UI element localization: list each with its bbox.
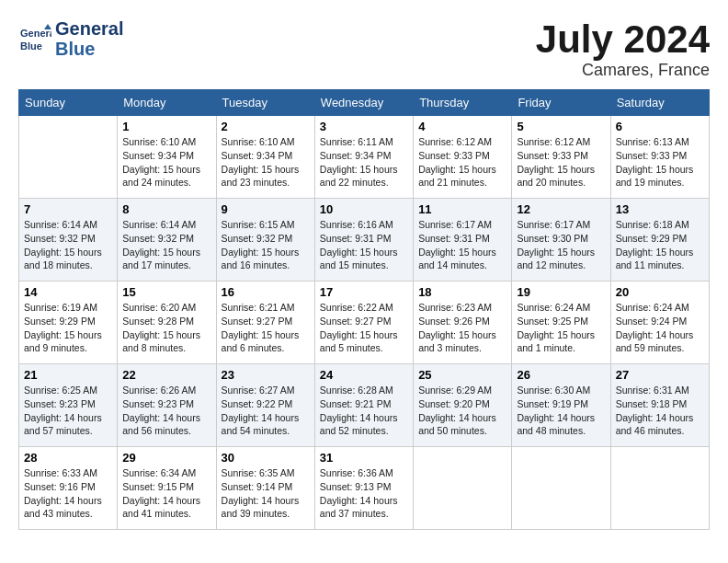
day-number: 23: [222, 368, 310, 382]
calendar-cell: 29Sunrise: 6:34 AMSunset: 9:15 PMDayligh…: [118, 447, 216, 530]
day-number: 9: [222, 202, 310, 216]
calendar-row: 1Sunrise: 6:10 AMSunset: 9:34 PMDaylight…: [19, 116, 710, 199]
day-info: Sunrise: 6:34 AMSunset: 9:15 PMDaylight:…: [122, 466, 210, 521]
day-number: 25: [418, 368, 506, 382]
calendar-cell: 17Sunrise: 6:22 AMSunset: 9:27 PMDayligh…: [314, 282, 413, 364]
day-number: 21: [24, 368, 112, 382]
day-info: Sunrise: 6:30 AMSunset: 9:19 PMDaylight:…: [517, 384, 605, 438]
logo: General Blue General Blue: [18, 18, 123, 59]
logo-line1: General: [55, 18, 123, 39]
day-info: Sunrise: 6:24 AMSunset: 9:25 PMDaylight:…: [517, 301, 605, 355]
day-number: 3: [320, 120, 408, 133]
day-number: 8: [122, 202, 210, 216]
logo-line2: Blue: [55, 39, 123, 59]
calendar-cell: 25Sunrise: 6:29 AMSunset: 9:20 PMDayligh…: [414, 364, 512, 447]
day-info: Sunrise: 6:13 AMSunset: 9:33 PMDaylight:…: [616, 135, 704, 190]
calendar-cell: 30Sunrise: 6:35 AMSunset: 9:14 PMDayligh…: [216, 447, 314, 530]
day-number: 13: [616, 202, 704, 216]
day-info: Sunrise: 6:21 AMSunset: 9:27 PMDaylight:…: [222, 301, 310, 355]
day-number: 27: [616, 368, 704, 382]
calendar-cell: [512, 447, 610, 530]
day-number: 20: [616, 285, 704, 299]
calendar-cell: 5Sunrise: 6:12 AMSunset: 9:33 PMDaylight…: [512, 116, 610, 199]
day-info: Sunrise: 6:29 AMSunset: 9:20 PMDaylight:…: [418, 384, 506, 438]
day-number: 12: [517, 202, 605, 216]
day-number: 15: [122, 285, 210, 299]
calendar-cell: 11Sunrise: 6:17 AMSunset: 9:31 PMDayligh…: [414, 199, 512, 282]
day-number: 26: [517, 368, 605, 382]
logo-icon: General Blue: [18, 22, 51, 55]
day-number: 11: [418, 202, 506, 216]
day-number: 1: [122, 120, 210, 133]
calendar-cell: 28Sunrise: 6:33 AMSunset: 9:16 PMDayligh…: [19, 447, 118, 530]
calendar-table: SundayMondayTuesdayWednesdayThursdayFrid…: [18, 89, 710, 530]
calendar-row: 14Sunrise: 6:19 AMSunset: 9:29 PMDayligh…: [19, 282, 710, 364]
header-monday: Monday: [118, 90, 216, 116]
calendar-cell: 12Sunrise: 6:17 AMSunset: 9:30 PMDayligh…: [512, 199, 610, 282]
day-number: 17: [320, 285, 408, 299]
calendar-cell: 2Sunrise: 6:10 AMSunset: 9:34 PMDaylight…: [216, 116, 314, 199]
calendar-cell: 20Sunrise: 6:24 AMSunset: 9:24 PMDayligh…: [610, 282, 709, 364]
day-info: Sunrise: 6:28 AMSunset: 9:21 PMDaylight:…: [320, 384, 408, 438]
calendar-cell: 19Sunrise: 6:24 AMSunset: 9:25 PMDayligh…: [512, 282, 610, 364]
day-number: 4: [418, 120, 506, 133]
header-wednesday: Wednesday: [314, 90, 413, 116]
calendar-row: 7Sunrise: 6:14 AMSunset: 9:32 PMDaylight…: [19, 199, 710, 282]
day-number: 31: [320, 451, 408, 465]
calendar-cell: 7Sunrise: 6:14 AMSunset: 9:32 PMDaylight…: [19, 199, 118, 282]
day-info: Sunrise: 6:31 AMSunset: 9:18 PMDaylight:…: [616, 384, 704, 438]
header-sunday: Sunday: [19, 90, 118, 116]
header-thursday: Thursday: [414, 90, 512, 116]
calendar-cell: 1Sunrise: 6:10 AMSunset: 9:34 PMDaylight…: [118, 116, 216, 199]
day-info: Sunrise: 6:26 AMSunset: 9:23 PMDaylight:…: [122, 384, 210, 438]
day-info: Sunrise: 6:12 AMSunset: 9:33 PMDaylight:…: [418, 135, 506, 190]
calendar-cell: 8Sunrise: 6:14 AMSunset: 9:32 PMDaylight…: [118, 199, 216, 282]
day-info: Sunrise: 6:12 AMSunset: 9:33 PMDaylight:…: [517, 135, 605, 190]
day-info: Sunrise: 6:36 AMSunset: 9:13 PMDaylight:…: [320, 466, 408, 521]
calendar-cell: 24Sunrise: 6:28 AMSunset: 9:21 PMDayligh…: [314, 364, 413, 447]
page-header: General Blue General Blue July 2024 Cama…: [18, 18, 710, 80]
day-info: Sunrise: 6:10 AMSunset: 9:34 PMDaylight:…: [222, 135, 310, 190]
day-info: Sunrise: 6:25 AMSunset: 9:23 PMDaylight:…: [24, 384, 112, 438]
calendar-cell: 23Sunrise: 6:27 AMSunset: 9:22 PMDayligh…: [216, 364, 314, 447]
calendar-cell: [414, 447, 512, 530]
location: Camares, France: [536, 61, 710, 80]
calendar-cell: 27Sunrise: 6:31 AMSunset: 9:18 PMDayligh…: [610, 364, 709, 447]
header-saturday: Saturday: [610, 90, 709, 116]
calendar-cell: 4Sunrise: 6:12 AMSunset: 9:33 PMDaylight…: [414, 116, 512, 199]
header-tuesday: Tuesday: [216, 90, 314, 116]
day-info: Sunrise: 6:22 AMSunset: 9:27 PMDaylight:…: [320, 301, 408, 355]
day-number: 2: [222, 120, 310, 133]
day-info: Sunrise: 6:20 AMSunset: 9:28 PMDaylight:…: [122, 301, 210, 355]
month-title: July 2024: [536, 18, 710, 61]
day-number: 10: [320, 202, 408, 216]
day-info: Sunrise: 6:23 AMSunset: 9:26 PMDaylight:…: [418, 301, 506, 355]
calendar-cell: 14Sunrise: 6:19 AMSunset: 9:29 PMDayligh…: [19, 282, 118, 364]
calendar-cell: 15Sunrise: 6:20 AMSunset: 9:28 PMDayligh…: [118, 282, 216, 364]
calendar-cell: 3Sunrise: 6:11 AMSunset: 9:34 PMDaylight…: [314, 116, 413, 199]
calendar-cell: 21Sunrise: 6:25 AMSunset: 9:23 PMDayligh…: [19, 364, 118, 447]
svg-text:Blue: Blue: [20, 40, 42, 52]
day-number: 30: [222, 451, 310, 465]
day-info: Sunrise: 6:10 AMSunset: 9:34 PMDaylight:…: [122, 135, 210, 190]
day-info: Sunrise: 6:35 AMSunset: 9:14 PMDaylight:…: [222, 466, 310, 521]
day-info: Sunrise: 6:14 AMSunset: 9:32 PMDaylight:…: [122, 218, 210, 272]
day-number: 16: [222, 285, 310, 299]
day-info: Sunrise: 6:16 AMSunset: 9:31 PMDaylight:…: [320, 218, 408, 272]
calendar-cell: 13Sunrise: 6:18 AMSunset: 9:29 PMDayligh…: [610, 199, 709, 282]
calendar-cell: 6Sunrise: 6:13 AMSunset: 9:33 PMDaylight…: [610, 116, 709, 199]
day-info: Sunrise: 6:15 AMSunset: 9:32 PMDaylight:…: [222, 218, 310, 272]
day-info: Sunrise: 6:19 AMSunset: 9:29 PMDaylight:…: [24, 301, 112, 355]
calendar-header-row: SundayMondayTuesdayWednesdayThursdayFrid…: [19, 90, 710, 116]
day-info: Sunrise: 6:14 AMSunset: 9:32 PMDaylight:…: [24, 218, 112, 272]
day-info: Sunrise: 6:17 AMSunset: 9:31 PMDaylight:…: [418, 218, 506, 272]
day-number: 29: [122, 451, 210, 465]
calendar-cell: 18Sunrise: 6:23 AMSunset: 9:26 PMDayligh…: [414, 282, 512, 364]
calendar-row: 28Sunrise: 6:33 AMSunset: 9:16 PMDayligh…: [19, 447, 710, 530]
calendar-cell: 16Sunrise: 6:21 AMSunset: 9:27 PMDayligh…: [216, 282, 314, 364]
day-number: 6: [616, 120, 704, 133]
day-number: 18: [418, 285, 506, 299]
title-block: July 2024 Camares, France: [536, 18, 710, 80]
calendar-cell: 9Sunrise: 6:15 AMSunset: 9:32 PMDaylight…: [216, 199, 314, 282]
day-number: 14: [24, 285, 112, 299]
